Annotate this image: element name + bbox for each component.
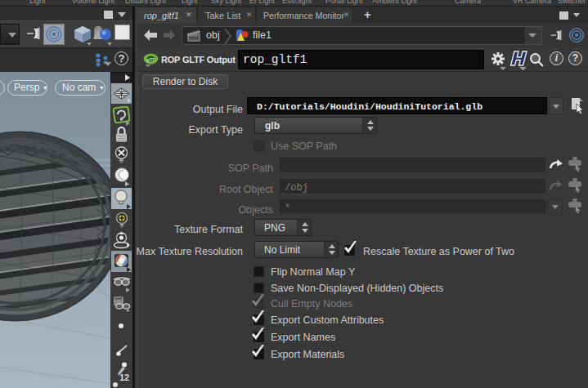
svg-text:glTF: glTF (146, 57, 155, 62)
